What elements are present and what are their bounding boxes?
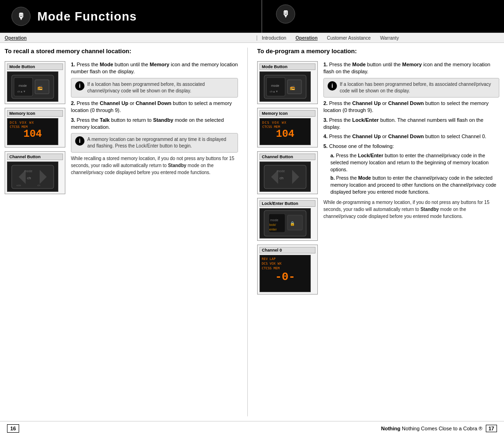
page-title: Mode Functions [37, 9, 137, 24]
mode-button-image-right: mode ch▲▼ 📻 [259, 71, 311, 102]
nav-operation-left: Operation [5, 35, 27, 41]
mem-number-right: 104 [276, 128, 294, 140]
mem-line1-left: DCS VOX WX [10, 121, 34, 125]
step2-num-left: 2. [71, 100, 75, 106]
right-step-4: 4. Press the Channel Up or Channel Down … [323, 133, 499, 140]
right-devices: Mode Button mode ch▲▼ 📻 [257, 61, 318, 416]
nav-left: Operation [5, 35, 257, 41]
info-box-right: i If a location has been programmed befo… [323, 78, 499, 98]
svg-text:ode: ode [16, 184, 21, 187]
mem-line1-right: DCS VOX WX [262, 121, 287, 125]
footer-text: Nothing Comes Close to a Cobra [402, 426, 477, 431]
svg-text:ch: ch [37, 184, 40, 187]
step3-num-left: 3. [71, 117, 75, 123]
nav-operation-right: Operation [295, 35, 317, 41]
step1-num-left: 1. [71, 62, 75, 67]
info-text-2-left: A memory location can be reprogrammed at… [87, 136, 234, 149]
ch0-number: -0- [275, 271, 295, 283]
right-step-5: 5. Choose one of the following: [323, 143, 499, 150]
sub-step-a-label: a. [330, 153, 335, 158]
nav-bar: Operation Introduction Operation Custome… [0, 33, 504, 43]
left-step-1: 1. Press the Mode button until the Memor… [71, 61, 238, 76]
step5-num-right: 5. [323, 143, 328, 149]
svg-text:📻: 📻 [37, 85, 43, 91]
info-box-2-left: i A memory location can be reprogrammed … [71, 133, 238, 153]
step2-num-right: 2. [323, 100, 328, 106]
info-text-1-left: If a location has been programmed before… [87, 81, 234, 94]
svg-text:lock/: lock/ [269, 223, 276, 226]
ch0-top: REV LAP [262, 257, 276, 261]
mem-number-left: 104 [23, 128, 42, 140]
info-icon-2-left: i [75, 136, 84, 146]
step2-text-left: Press the Channel Up or Channel Down but… [71, 100, 232, 113]
left-text: 1. Press the Mode button until the Memor… [71, 61, 238, 416]
nav-customer: Customer Assistance [327, 35, 371, 41]
mode-button-box-left: Mode Button mode ch▲▼ 📻 [5, 61, 65, 104]
channel-button-box-right: Channel Button ch mode [257, 151, 318, 194]
footer-branding: Nothing Nothing Comes Close to a Cobra ®… [381, 426, 497, 431]
right-step-2: 2. Press the Channel Up or Channel Down … [323, 100, 499, 114]
svg-text:ch: ch [27, 176, 31, 180]
left-inner: Mode Button mode ch▲▼ 📻 [5, 61, 238, 416]
main-content: To recall a stored memory channel locati… [0, 43, 504, 421]
right-section-title: To de-program a memory location: [257, 48, 499, 55]
mode-button-box-right: Mode Button mode ch▲▼ 📻 [257, 61, 318, 104]
step1-text-left: Press the Mode button until the Memory i… [71, 62, 238, 74]
right-step-3: 3. Press the Lock/Enter button. The chan… [323, 117, 499, 131]
footer-nothing: Nothing [381, 426, 400, 431]
right-text: 1. Press the Mode button until the Memor… [323, 61, 499, 416]
svg-text:mode: mode [270, 218, 279, 222]
left-note: While recalling a stored memory location… [71, 155, 238, 176]
svg-rect-23 [264, 165, 306, 189]
info-icon-right: i [328, 81, 337, 91]
mem-line2-right: CTCSS MEM [262, 125, 280, 129]
svg-text:ch▲▼: ch▲▼ [270, 90, 278, 93]
info-text-right: If a location has been programmed before… [340, 81, 495, 94]
left-devices: Mode Button mode ch▲▼ 📻 [5, 61, 65, 416]
mode-button-label-left: Mode Button [7, 63, 63, 70]
step4-num-right: 4. [323, 133, 328, 139]
sub-step-a: a. Press the Lock/Enter button to enter … [330, 152, 499, 173]
page-footer: 16 Nothing Nothing Comes Close to a Cobr… [0, 421, 504, 435]
svg-text:mode: mode [19, 84, 27, 87]
step3-num-right: 3. [323, 117, 328, 123]
left-step-2: 2. Press the Channel Up or Channel Down … [71, 100, 238, 114]
svg-text:📻: 📻 [290, 85, 295, 91]
mode-button-label-right: Mode Button [259, 63, 315, 70]
channel-button-label-right: Channel Button [259, 154, 315, 160]
channel0-display: REV LAP DCS VOX WX CTCSS MEM -0- [259, 255, 311, 292]
svg-text:enter: enter [269, 228, 277, 231]
memory-icon-box-left: Memory Icon DCS VOX WX CTCSS MEM 104 [5, 108, 65, 147]
channel0-label: Channel 0 [259, 247, 315, 253]
left-step-3: 3. Press the Talk button to return to St… [71, 117, 238, 131]
footer-reg: ® [479, 426, 483, 431]
step3-text-right: Press the Lock/Enter button. The channel… [323, 117, 483, 130]
left-section-title: To recall a stored memory channel locati… [5, 48, 238, 55]
channel-button-box-left: Channel Button ch mode ch ode [5, 151, 65, 194]
channel-button-label-left: Channel Button [7, 154, 63, 160]
svg-text:mode: mode [24, 169, 33, 173]
svg-text:🎙: 🎙 [17, 12, 25, 21]
svg-text:mode: mode [271, 84, 280, 87]
svg-text:ch▲▼: ch▲▼ [17, 90, 26, 93]
lock-enter-label: Lock/Enter Button [259, 200, 315, 207]
header-right-icon: 🎙 [275, 4, 296, 25]
memory-display-right: DCS VOX WX CTCSS MEM 104 [259, 118, 311, 145]
header-divider [261, 0, 262, 33]
header-icon: 🎙 [9, 5, 33, 28]
step1-num-right: 1. [323, 62, 328, 67]
memory-icon-label-right: Memory Icon [259, 110, 315, 117]
step3-text-left: Press the Talk button to return to Stand… [71, 117, 224, 130]
step5-text-right: Choose one of the following: [329, 143, 394, 149]
nav-introduction: Introduction [262, 35, 286, 41]
lock-enter-box: Lock/Enter Button mode lock/ enter 🔒 [257, 198, 318, 241]
svg-text:🎙: 🎙 [281, 9, 290, 19]
right-inner: Mode Button mode ch▲▼ 📻 [257, 61, 499, 416]
memory-display-left: DCS VOX WX CTCSS MEM 104 [7, 118, 58, 145]
right-column: To de-program a memory location: Mode Bu… [257, 48, 499, 416]
nav-right: Introduction Operation Customer Assistan… [257, 35, 399, 41]
channel-button-image-right: ch mode [259, 161, 311, 192]
mem-line2-left: CTCSS MEM [10, 125, 28, 129]
step2-text-right: Press the Channel Up or Channel Down but… [323, 100, 489, 113]
sub-step-b: b. Press the Mode button to enter the ch… [330, 175, 499, 195]
